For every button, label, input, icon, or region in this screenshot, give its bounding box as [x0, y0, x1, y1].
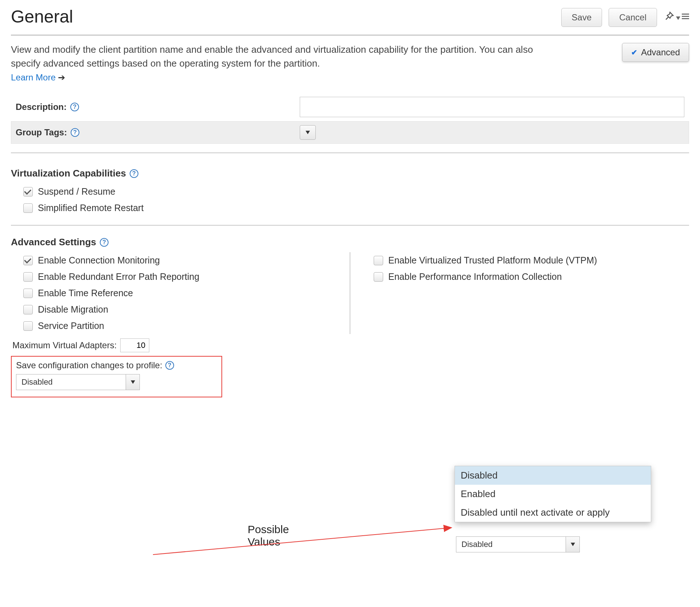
checkbox[interactable]	[23, 321, 33, 331]
menu-icon[interactable]	[682, 12, 689, 23]
save-config-select-duplicate[interactable]: Disabled	[456, 536, 580, 552]
cancel-button[interactable]: Cancel	[609, 8, 657, 27]
checkbox[interactable]	[23, 256, 33, 265]
checkbox[interactable]	[374, 272, 383, 282]
dropdown-option[interactable]: Enabled	[455, 485, 651, 503]
learn-more-label: Learn More	[11, 72, 56, 83]
menu-caret-icon	[676, 13, 680, 22]
checkbox-row: Simplified Remote Restart	[11, 200, 689, 216]
help-icon[interactable]: ?	[100, 238, 109, 247]
svg-rect-1	[682, 16, 689, 17]
checkbox-label: Enable Time Reference	[38, 288, 133, 298]
checkbox[interactable]	[374, 256, 383, 265]
help-icon[interactable]: ?	[165, 361, 174, 370]
checkbox-row: Enable Redundant Error Path Reporting	[11, 269, 339, 285]
checkbox-label: Service Partition	[38, 321, 104, 331]
annotation-possible-values: Possible Values	[248, 523, 289, 548]
advanced-toggle-label: Advanced	[641, 47, 680, 57]
save-config-highlight-box: Save configuration changes to profile: ?…	[11, 356, 222, 397]
advanced-toggle-button[interactable]: ✔ Advanced	[622, 43, 689, 62]
page-root: General Save Cancel View and modify the …	[0, 0, 700, 607]
header-actions: Save Cancel	[561, 8, 689, 27]
check-icon: ✔	[631, 48, 637, 57]
dropdown-option[interactable]: Disabled until next activate or apply	[455, 503, 651, 522]
checkbox-row: Service Partition	[11, 318, 339, 334]
annotation-arrow	[153, 520, 455, 564]
learn-more-link[interactable]: Learn More ➔	[11, 72, 65, 83]
intro-block: View and modify the client partition nam…	[11, 43, 557, 83]
help-icon[interactable]: ?	[70, 103, 79, 111]
arrow-right-icon: ➔	[58, 72, 65, 83]
save-config-selected-value: Disabled	[16, 377, 126, 387]
svg-rect-2	[682, 18, 689, 19]
intro-text: View and modify the client partition nam…	[11, 43, 557, 70]
checkbox[interactable]	[23, 272, 33, 282]
advanced-section: Advanced Settings ? Enable Connection Mo…	[11, 237, 689, 397]
group-tags-dropdown[interactable]	[300, 125, 316, 140]
page-title: General	[11, 7, 73, 27]
column-divider	[350, 252, 350, 334]
chevron-down-icon	[126, 374, 139, 390]
checkbox-label: Enable Virtualized Trusted Platform Modu…	[388, 255, 597, 266]
svg-rect-0	[682, 14, 689, 15]
checkbox[interactable]	[23, 305, 33, 314]
group-tags-label: Group Tags:	[16, 127, 67, 138]
description-row: Description: ?	[11, 93, 689, 121]
advanced-title: Advanced Settings	[11, 237, 96, 248]
checkbox[interactable]	[23, 289, 33, 298]
checkbox-row: Disable Migration	[11, 301, 339, 318]
svg-line-3	[153, 528, 452, 555]
section-separator	[11, 152, 689, 153]
save-button[interactable]: Save	[561, 8, 602, 27]
help-icon[interactable]: ?	[130, 169, 138, 178]
help-icon[interactable]: ?	[71, 128, 79, 137]
header-separator	[11, 35, 689, 36]
intro-row: View and modify the client partition nam…	[11, 43, 689, 83]
description-input[interactable]	[300, 97, 684, 117]
checkbox-label: Enable Redundant Error Path Reporting	[38, 271, 199, 282]
save-config-select[interactable]: Disabled	[16, 374, 140, 390]
virtualization-section: Virtualization Capabilities ? Suspend / …	[11, 168, 689, 216]
section-separator	[11, 225, 689, 226]
checkbox-label: Enable Performance Information Collectio…	[388, 271, 562, 282]
chevron-down-icon	[566, 537, 579, 552]
checkbox-label: Disable Migration	[38, 304, 108, 315]
max-adapters-input[interactable]	[120, 338, 149, 352]
header: General Save Cancel	[11, 7, 689, 30]
max-adapters-row: Maximum Virtual Adapters:	[11, 338, 689, 352]
save-config-label: Save configuration changes to profile:	[16, 360, 162, 370]
save-config-options-popover: DisabledEnabledDisabled until next activ…	[455, 466, 651, 522]
checkbox-row: Suspend / Resume	[11, 183, 689, 200]
pin-icon[interactable]	[664, 11, 675, 24]
checkbox[interactable]	[23, 203, 33, 213]
description-label: Description:	[16, 102, 67, 112]
dropdown-option[interactable]: Disabled	[455, 466, 651, 485]
checkbox-label: Suspend / Resume	[38, 186, 115, 197]
checkbox-row: Enable Connection Monitoring	[11, 252, 339, 269]
checkbox-row: Enable Time Reference	[11, 285, 339, 301]
checkbox-row: Enable Performance Information Collectio…	[361, 269, 689, 285]
max-adapters-label: Maximum Virtual Adapters:	[12, 340, 117, 350]
checkbox-label: Enable Connection Monitoring	[38, 255, 160, 266]
checkbox-label: Simplified Remote Restart	[38, 203, 143, 213]
checkbox-row: Enable Virtualized Trusted Platform Modu…	[361, 252, 689, 269]
chevron-down-icon	[306, 131, 310, 134]
virtualization-title: Virtualization Capabilities	[11, 168, 126, 179]
group-tags-row: Group Tags: ?	[11, 121, 689, 144]
checkbox[interactable]	[23, 187, 33, 197]
save-config-selected-value: Disabled	[456, 540, 566, 549]
